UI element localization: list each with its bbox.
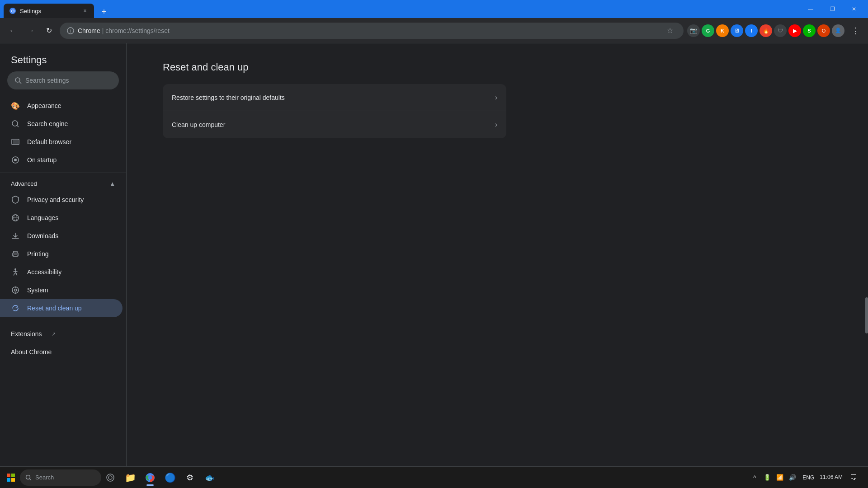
sidebar-item-about-chrome[interactable]: About Chrome [0, 343, 126, 361]
tab-favicon: ⚙ [9, 7, 16, 14]
close-button[interactable]: ✕ [844, 2, 864, 16]
taskbar-app-edge[interactable]: 🔵 [161, 469, 179, 487]
taskbar-search-icon [25, 474, 32, 481]
sidebar-item-appearance[interactable]: 🎨 Appearance [0, 97, 123, 115]
main-content: Reset and clean up Restore settings to t… [127, 43, 868, 466]
svg-line-7 [17, 126, 19, 127]
svg-text:i: i [70, 28, 71, 33]
settings-card: Restore settings to their original defau… [163, 84, 506, 138]
sidebar-item-extensions[interactable]: Extensions ↗ [0, 325, 126, 343]
tab-close-button[interactable]: × [81, 7, 89, 14]
svg-rect-25 [7, 474, 10, 477]
taskbar-clock[interactable]: 11:06 AM [820, 474, 843, 481]
svg-point-32 [108, 476, 112, 479]
search-engine-icon [11, 119, 20, 128]
window-controls: — ❐ ✕ [800, 2, 868, 16]
sidebar-item-downloads[interactable]: Downloads [0, 227, 123, 245]
sidebar-item-label: Default browser [27, 138, 71, 145]
tray-language: ENG [802, 474, 814, 481]
sidebar: Settings 🎨 Appearance Search engine [0, 43, 127, 466]
tray-volume-icon[interactable]: 🔊 [788, 473, 797, 482]
extensions-area: 📷 G K 🖥 f 🔥 🛡 ▶ S O 👤 [687, 24, 844, 37]
sidebar-item-label: Accessibility [27, 268, 61, 276]
taskbar-app-chrome[interactable] [141, 469, 159, 487]
sidebar-item-label: Printing [27, 250, 48, 258]
refresh-button[interactable]: ↻ [42, 23, 56, 38]
start-button[interactable] [4, 470, 18, 485]
sidebar-item-system[interactable]: System [0, 281, 123, 299]
external-link-icon: ↗ [52, 331, 56, 337]
back-button[interactable]: ← [5, 23, 20, 38]
svg-rect-28 [11, 478, 15, 482]
ext-user-icon[interactable]: 👤 [832, 24, 844, 37]
ext-grammarly-icon[interactable]: G [702, 24, 714, 37]
sidebar-item-on-startup[interactable]: On startup [0, 151, 123, 169]
notification-button[interactable]: 🗨 [846, 470, 861, 485]
printing-icon [11, 249, 20, 258]
svg-point-11 [14, 159, 17, 161]
sidebar-item-search-engine[interactable]: Search engine [0, 115, 123, 133]
ext-camera-icon[interactable]: 📷 [687, 24, 700, 37]
titlebar: ⚙ Settings × + — ❐ ✕ [0, 0, 868, 18]
bookmark-button[interactable]: ☆ [664, 24, 676, 37]
svg-point-36 [148, 475, 152, 479]
svg-line-30 [30, 479, 32, 480]
ext-shield-icon[interactable]: 🛡 [774, 24, 787, 37]
taskbar-right-area: ^ 🔋 📶 🔊 ENG 11:06 AM 🗨 [750, 470, 864, 485]
sidebar-item-privacy-security[interactable]: Privacy and security [0, 191, 123, 209]
system-icon [11, 286, 20, 295]
tray-up-arrow[interactable]: ^ [750, 473, 759, 482]
tab-title: Settings [20, 8, 78, 14]
ext-yt-icon[interactable]: ▶ [788, 24, 801, 37]
sidebar-item-accessibility[interactable]: Accessibility [0, 263, 123, 281]
taskbar-app-unknown[interactable]: 🐟 [201, 469, 219, 487]
minimize-button[interactable]: — [800, 2, 821, 16]
accessibility-icon [11, 267, 20, 277]
new-tab-button[interactable]: + [98, 5, 110, 18]
maximize-button[interactable]: ❐ [822, 2, 843, 16]
taskbar-apps-area: 📁 🔵 ⚙ 🐟 [121, 469, 219, 487]
ext-office-icon[interactable]: O [817, 24, 830, 37]
ext-fb-icon[interactable]: f [745, 24, 758, 37]
sidebar-item-label: On startup [27, 156, 57, 164]
search-bar[interactable] [7, 71, 119, 89]
sidebar-item-default-browser[interactable]: Default browser [0, 133, 123, 151]
search-icon [14, 77, 22, 84]
ext-k-icon[interactable]: K [716, 24, 729, 37]
sidebar-item-label: Appearance [27, 102, 61, 109]
sidebar-item-reset-cleanup[interactable]: Reset and clean up [0, 299, 123, 317]
svg-rect-27 [7, 478, 10, 482]
svg-line-5 [19, 82, 21, 84]
chevron-up-icon: ▲ [109, 180, 115, 187]
sidebar-item-languages[interactable]: Languages [0, 209, 123, 227]
navbar: ← → ↻ i Chrome | chrome://settings/reset… [0, 18, 868, 43]
address-bar[interactable]: i Chrome | chrome://settings/reset ☆ [60, 23, 684, 39]
chrome-menu-button[interactable]: ⋮ [848, 23, 863, 38]
taskbar-time: 11:06 AM [820, 474, 843, 481]
taskbar-search-box[interactable]: Search [20, 469, 101, 486]
ext-screen-icon[interactable]: 🖥 [731, 24, 743, 37]
advanced-label: Advanced [11, 180, 37, 187]
settings-tab[interactable]: ⚙ Settings × [4, 4, 94, 18]
tray-network-icon: 📶 [775, 473, 784, 482]
sidebar-item-printing[interactable]: Printing [0, 245, 123, 263]
ext-flame-icon[interactable]: 🔥 [760, 24, 772, 37]
tab-area: ⚙ Settings × + [0, 0, 110, 18]
tray-battery-icon: 🔋 [763, 473, 772, 482]
cortana-button[interactable] [103, 470, 118, 485]
sidebar-item-label: Languages [27, 214, 58, 221]
advanced-section-header[interactable]: Advanced ▲ [0, 177, 126, 191]
taskbar-app-settings[interactable]: ⚙ [181, 469, 199, 487]
search-input[interactable] [25, 77, 112, 84]
restore-defaults-row[interactable]: Restore settings to their original defau… [163, 84, 506, 111]
appearance-icon: 🎨 [11, 101, 20, 110]
forward-button[interactable]: → [24, 23, 38, 38]
taskbar-app-file-explorer[interactable]: 📁 [121, 469, 139, 487]
extensions-label: Extensions [11, 330, 42, 338]
ext-s-icon[interactable]: S [803, 24, 816, 37]
sidebar-divider [0, 173, 126, 173]
chevron-right-icon: › [495, 94, 497, 102]
svg-rect-9 [13, 140, 18, 144]
clean-up-computer-row[interactable]: Clean up computer › [163, 111, 506, 138]
sidebar-item-label: System [27, 286, 48, 294]
